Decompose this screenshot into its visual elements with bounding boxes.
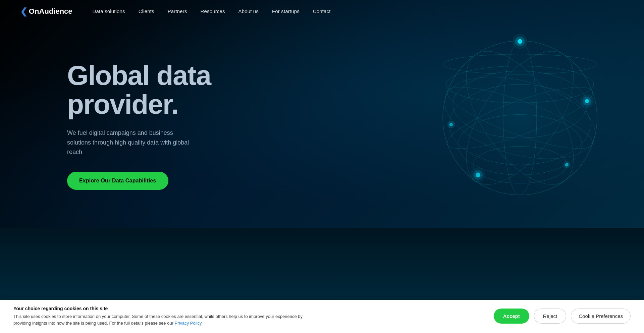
logo-link[interactable]: ❮ OnAudience bbox=[20, 7, 72, 16]
svg-point-0 bbox=[429, 27, 610, 209]
svg-point-24 bbox=[447, 121, 455, 128]
svg-point-22 bbox=[471, 168, 485, 182]
cookie-title: Your choice regarding cookies on this si… bbox=[13, 306, 480, 311]
cookie-body-suffix: . bbox=[202, 321, 203, 326]
reject-button[interactable]: Reject bbox=[534, 309, 567, 324]
cookie-banner: Your choice regarding cookies on this si… bbox=[0, 300, 644, 333]
hero-section: Global data provider. We fuel digital ca… bbox=[0, 0, 644, 228]
nav-contact[interactable]: Contact bbox=[313, 8, 331, 14]
nav-about-us[interactable]: About us bbox=[238, 8, 259, 14]
globe-visualization bbox=[423, 21, 617, 215]
nav-clients[interactable]: Clients bbox=[139, 8, 154, 14]
nav-for-startups[interactable]: For startups bbox=[272, 8, 300, 14]
navbar: ❮ OnAudience Data solutions Clients Part… bbox=[0, 0, 644, 23]
cookie-text-block: Your choice regarding cookies on this si… bbox=[13, 306, 480, 326]
cookie-body-text: This site uses cookies to store informat… bbox=[13, 314, 303, 326]
hero-content: Global data provider. We fuel digital ca… bbox=[0, 61, 211, 190]
cookie-preferences-button[interactable]: Cookie Preferences bbox=[571, 309, 631, 324]
cookie-actions: Accept Reject Cookie Preferences bbox=[494, 309, 631, 324]
privacy-policy-link[interactable]: Privacy Policy bbox=[175, 321, 202, 326]
logo-text: OnAudience bbox=[29, 7, 72, 16]
svg-point-26 bbox=[563, 161, 571, 169]
accept-button[interactable]: Accept bbox=[494, 309, 529, 324]
logo-icon: ❮ bbox=[20, 7, 28, 16]
nav-links: Data solutions Clients Partners Resource… bbox=[93, 8, 331, 14]
svg-point-19 bbox=[580, 95, 594, 108]
nav-data-solutions[interactable]: Data solutions bbox=[93, 8, 125, 14]
cookie-body: This site uses cookies to store informat… bbox=[13, 313, 315, 326]
hero-title: Global data provider. bbox=[67, 61, 211, 119]
hero-subtitle: We fuel digital campaigns and business s… bbox=[67, 128, 195, 157]
svg-point-16 bbox=[513, 34, 527, 49]
nav-partners[interactable]: Partners bbox=[168, 8, 187, 14]
nav-resources[interactable]: Resources bbox=[201, 8, 225, 14]
hero-cta-button[interactable]: Explore Our Data Capabilities bbox=[67, 172, 168, 190]
